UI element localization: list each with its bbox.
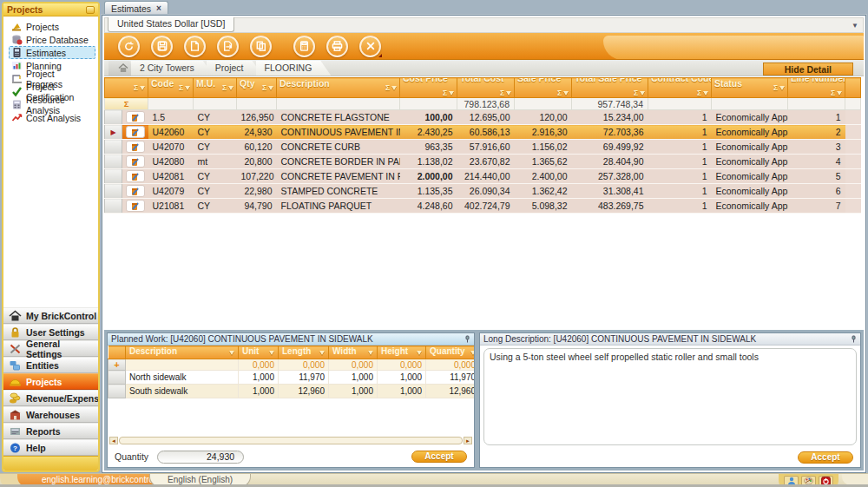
- filter-icons[interactable]: Σ: [773, 78, 785, 97]
- copy-document-button[interactable]: [250, 36, 272, 57]
- row-icon-cell: [122, 155, 148, 169]
- row-selector[interactable]: [105, 184, 122, 199]
- breadcrumb-item-chapter[interactable]: FLOORING: [256, 61, 332, 76]
- main-area: Estimates × United States Dollar [USD] ▼…: [102, 0, 866, 473]
- close-tab-icon[interactable]: ×: [156, 3, 161, 13]
- save-button[interactable]: [151, 36, 173, 57]
- pw-column-description[interactable]: Description: [126, 346, 239, 359]
- pw-row[interactable]: North sidewalk 1,000 11,970 1,000 1,000 …: [108, 371, 475, 385]
- breadcrumb-item-level[interactable]: Project: [207, 61, 263, 76]
- column-header-total-sale-price[interactable]: Total Sale PriceΣ: [572, 78, 648, 98]
- filter-icons[interactable]: Σ: [134, 78, 145, 97]
- filter-icons[interactable]: Σ: [697, 83, 708, 98]
- estimate-row[interactable]: U42079 CY 22,980 STAMPED CONCRETE 1.135,…: [105, 184, 861, 199]
- column-header-cost-price[interactable]: Cost PriceΣ: [400, 78, 457, 98]
- menu-item-projects[interactable]: Projects: [3, 373, 98, 390]
- work-item-icon: [130, 157, 140, 167]
- horizontal-scrollbar[interactable]: ◄ ►: [109, 436, 472, 445]
- breadcrumb-item-project-name[interactable]: 2 City Towers: [131, 61, 214, 76]
- column-header-selector[interactable]: Σ: [105, 78, 148, 98]
- menu-item-entities[interactable]: Entities: [3, 357, 98, 373]
- collapse-panel-icon[interactable]: [86, 6, 95, 14]
- column-header-mu[interactable]: M.U.Σ: [194, 78, 237, 98]
- pw-column-unit[interactable]: Unit: [239, 346, 279, 359]
- project-certification-icon: [11, 86, 23, 97]
- column-header-sale-price[interactable]: Sale PriceΣ: [515, 78, 572, 98]
- row-selector[interactable]: [105, 110, 122, 125]
- column-header-line-number[interactable]: Line NumberΣ: [788, 78, 845, 98]
- estimate-row[interactable]: U42081 CY 107,220 CONCRETE PAVEMENT IN P…: [105, 169, 861, 184]
- accept-button[interactable]: Accept: [798, 451, 853, 464]
- planned-work-header: Planned Work: [U42060] CONTINUOUS PAVEME…: [108, 333, 474, 346]
- column-header-qty[interactable]: QtyΣ: [237, 78, 277, 98]
- currency-selector[interactable]: United States Dollar [USD]: [108, 17, 234, 32]
- tree-item-price-database[interactable]: Price Database: [9, 33, 95, 46]
- breadcrumb: 2 City Towers Project FLOORING Hide Deta…: [104, 60, 864, 76]
- estimate-row[interactable]: 1.5 CY 126,950 CONCRETE FLAGSTONE 100,00…: [105, 110, 861, 125]
- selected-row-marker[interactable]: ▶: [105, 125, 122, 140]
- filter-icons[interactable]: Σ: [443, 83, 454, 98]
- export-document-button[interactable]: [217, 36, 239, 57]
- menu-item-revenue-expenses[interactable]: Revenue/Expenses: [3, 390, 98, 406]
- row-selector[interactable]: [108, 385, 126, 398]
- hide-detail-button[interactable]: Hide Detail: [763, 63, 853, 76]
- tools-more-indicator: [378, 54, 382, 57]
- filter-icons[interactable]: Σ: [831, 83, 842, 98]
- filter-icons[interactable]: Σ: [222, 78, 233, 97]
- filter-icons[interactable]: Σ: [500, 83, 511, 98]
- row-selector[interactable]: [105, 199, 122, 214]
- pin-icon[interactable]: [851, 335, 857, 343]
- column-header-contract-code[interactable]: Contract CodeΣ: [648, 78, 712, 98]
- filter-icons[interactable]: Σ: [262, 78, 273, 97]
- column-header-description[interactable]: DescriptionΣ: [277, 78, 400, 98]
- pw-column-quantity[interactable]: Quantity: [426, 346, 475, 359]
- filter-icons[interactable]: Σ: [634, 83, 645, 98]
- currency-bar: United States Dollar [USD] ▼: [104, 17, 864, 33]
- toolbar: [104, 33, 864, 60]
- tree-item-resource-analysis[interactable]: Resource Analysis: [9, 98, 95, 111]
- column-header-status[interactable]: StatusΣ: [712, 78, 788, 98]
- refresh-button[interactable]: [118, 36, 140, 57]
- row-selector[interactable]: [105, 169, 122, 184]
- pw-column-length[interactable]: Length: [279, 346, 329, 359]
- estimate-row[interactable]: U42070 CY 60,120 CONCRETE CURB 963,35 57…: [105, 140, 861, 155]
- tree-item-projects[interactable]: Projects: [9, 20, 95, 33]
- add-row-icon[interactable]: +: [114, 359, 119, 370]
- menu-item-my-brickcontrol[interactable]: My BrickControl: [3, 307, 98, 324]
- row-selector[interactable]: [105, 155, 122, 169]
- column-header-code[interactable]: CodeΣ: [148, 78, 194, 98]
- accept-button[interactable]: Accept: [411, 451, 467, 463]
- menu-item-warehouses[interactable]: Warehouses: [3, 406, 98, 423]
- tools-button[interactable]: [359, 36, 381, 57]
- project-progress-icon: [11, 73, 23, 84]
- scroll-left-icon[interactable]: ◄: [109, 437, 118, 444]
- filter-icons[interactable]: Σ: [557, 83, 569, 98]
- column-header-total-cost[interactable]: Total CostΣ: [457, 78, 515, 98]
- menu-item-help[interactable]: ? Help: [3, 439, 98, 456]
- new-document-button[interactable]: [184, 36, 206, 57]
- chevron-down-icon[interactable]: ▼: [852, 22, 858, 30]
- menu-item-reports[interactable]: Reports: [3, 423, 98, 439]
- estimate-row[interactable]: U21081 CY 94,790 FLOATING PARQUET 4.248,…: [105, 199, 861, 214]
- filter-icons[interactable]: Σ: [179, 78, 190, 97]
- tree-item-estimates[interactable]: Estimates: [9, 46, 95, 59]
- tab-estimates[interactable]: Estimates ×: [104, 1, 168, 15]
- pw-row[interactable]: South sidewalk 1,000 12,960 1,000 1,000 …: [108, 385, 475, 398]
- pin-icon[interactable]: [464, 335, 470, 343]
- calculator-button[interactable]: [293, 36, 315, 57]
- grid-header-row: Σ CodeΣ M.U.Σ QtyΣ DescriptionΣ Cost Pri…: [105, 78, 861, 98]
- menu-item-general-settings[interactable]: General Settings: [3, 340, 98, 357]
- pw-column-height[interactable]: Height: [378, 346, 426, 359]
- entities-icon: [9, 359, 22, 372]
- scroll-right-icon[interactable]: ►: [464, 437, 472, 444]
- pw-new-row[interactable]: + 0,000 0,000 0,000 0,000 0,000 0,00: [108, 359, 475, 371]
- estimate-row[interactable]: U42080 mt 20,800 CONCRETE BORDER IN PARK…: [105, 155, 861, 169]
- quantity-field[interactable]: [157, 451, 244, 464]
- row-selector[interactable]: [108, 371, 126, 385]
- row-selector[interactable]: [105, 140, 122, 155]
- print-button[interactable]: [326, 36, 348, 57]
- pw-column-width[interactable]: Width: [329, 346, 378, 359]
- long-description-text[interactable]: Using a 5-ton steel wheel self propelled…: [483, 348, 857, 445]
- estimate-row-selected[interactable]: ▶ U42060 CY 24,930 CONTINUOUS PAVEMENT I…: [105, 125, 861, 140]
- filter-icons[interactable]: Σ: [385, 78, 397, 97]
